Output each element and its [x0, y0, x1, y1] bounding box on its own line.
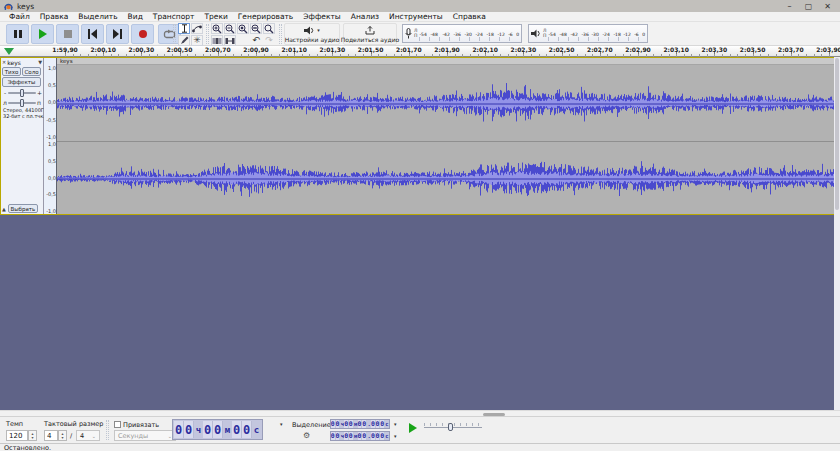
select-track-button[interactable]: Выбрать	[8, 204, 38, 213]
waveform-channel-left[interactable]	[57, 66, 835, 141]
pause-button[interactable]	[6, 24, 29, 44]
menu-item[interactable]: Файл	[4, 12, 35, 21]
playback-speed-slider[interactable]	[424, 423, 482, 431]
timesig-spinner[interactable]: ▴ ▾	[58, 430, 67, 441]
clip-header[interactable]: keys	[57, 58, 835, 65]
timeline-label: 2:03,70	[778, 46, 804, 53]
close-button[interactable]: ✕	[819, 1, 836, 12]
share-audio-button[interactable]: Поделиться аудио	[343, 23, 397, 45]
effects-button[interactable]: Эффекты	[2, 77, 41, 87]
speaker-icon	[531, 29, 541, 38]
selection-tool-button[interactable]	[178, 23, 190, 34]
zoom-fit-button[interactable]	[250, 23, 262, 34]
redo-button[interactable]: ↷	[263, 35, 275, 46]
gain-slider[interactable]	[8, 92, 36, 94]
selection-start-menu-icon[interactable]: ▾	[394, 421, 397, 427]
track-close-icon[interactable]: ✕	[2, 59, 6, 65]
envelope-tool-button[interactable]	[191, 23, 203, 34]
time-char: 0	[203, 421, 213, 438]
skip-end-icon	[112, 29, 123, 39]
menu-item[interactable]: Генерировать	[233, 12, 299, 21]
skip-end-button[interactable]	[106, 24, 129, 44]
timeline-label: 2:03,30	[702, 46, 728, 53]
solo-button[interactable]: Соло	[22, 67, 41, 76]
selection-end-field[interactable]: 00ч00м00.000с	[330, 431, 390, 441]
zoom-in-button[interactable]	[211, 23, 223, 34]
zoom-selection-button[interactable]	[237, 23, 249, 34]
menu-item[interactable]: Выделить	[73, 12, 122, 21]
scale-label: -1,0	[44, 209, 56, 214]
menu-item[interactable]: Эффекты	[298, 12, 346, 21]
tempo-input[interactable]: 120	[6, 430, 28, 441]
recording-meter[interactable]: ЛП -54-48-42-36-30-24-18-12-60	[402, 24, 522, 43]
toolbar-grip[interactable]	[206, 24, 209, 44]
trim-audio-button[interactable]	[211, 35, 223, 46]
spin-down-icon[interactable]: ▾	[31, 436, 33, 440]
toolbar-grip[interactable]	[279, 24, 282, 44]
silence-audio-button[interactable]	[224, 35, 236, 46]
playback-meter[interactable]: ЛП -54-48-42-36-30-24-18-12-60	[528, 24, 648, 43]
vertical-scrollbar-thumb[interactable]	[835, 58, 839, 210]
gain-min-label: -	[3, 89, 7, 96]
status-text: Остановлено.	[4, 444, 51, 451]
dropdown-icon: ▾	[317, 27, 320, 33]
vertical-ruler-ch1: 1,00,50,0-0,5-1,0	[44, 66, 57, 141]
tempo-label: Темп	[6, 420, 23, 428]
timeline-label: 2:00,30	[129, 46, 155, 53]
undo-button[interactable]: ↶	[250, 35, 262, 46]
menu-item[interactable]: Правка	[35, 12, 74, 21]
mute-button[interactable]: Тихо	[2, 67, 21, 76]
menu-item[interactable]: Справка	[448, 12, 491, 21]
audio-setup-button[interactable]: ▾ Настройки аудио	[284, 23, 340, 45]
minimize-button[interactable]: –	[781, 1, 798, 12]
playhead-pin-icon[interactable]	[4, 48, 14, 55]
zoom-toggle-icon	[264, 24, 274, 34]
draw-tool-button[interactable]	[178, 35, 190, 46]
speed-slider-thumb[interactable]	[448, 423, 453, 431]
zoom-in-icon	[212, 24, 222, 34]
menu-item[interactable]: Треки	[199, 12, 232, 21]
pan-slider[interactable]	[8, 102, 36, 104]
skip-start-button[interactable]	[81, 24, 104, 44]
zoom-toggle-button[interactable]	[263, 23, 275, 34]
multi-tool-button[interactable]: ✳	[191, 35, 203, 46]
audio-position-display[interactable]: 00ч00м00с	[172, 419, 263, 440]
menu-item[interactable]: Транспорт	[148, 12, 200, 21]
app-icon	[4, 2, 13, 11]
menu-item[interactable]: Анализ	[346, 12, 384, 21]
selection-settings-gear-icon[interactable]: ⚙	[303, 431, 310, 440]
share-icon	[365, 26, 375, 35]
collapse-track-icon[interactable]: ▲	[2, 206, 6, 212]
menu-item[interactable]: Вид	[123, 12, 148, 21]
time-char: м	[223, 421, 232, 438]
timeline-ruler[interactable]: 1:59,902:00,102:00,302:00,502:00,702:00,…	[0, 46, 840, 57]
spin-down-icon[interactable]: ▾	[61, 436, 63, 440]
maximize-button[interactable]: ▢	[800, 1, 817, 12]
pan-slider-thumb[interactable]	[20, 99, 24, 107]
timesig-lower-select[interactable]: 4 ⌄	[76, 430, 100, 441]
selection-start-field[interactable]: 00ч00м00.000с	[330, 419, 390, 429]
snap-unit-select[interactable]: Секунды ⌄	[114, 430, 176, 441]
selection-end-menu-icon[interactable]: ▾	[394, 433, 397, 439]
snap-checkbox[interactable]	[114, 421, 121, 428]
stop-button[interactable]	[56, 24, 79, 44]
gain-slider-thumb[interactable]	[20, 89, 24, 97]
timeline-label: 2:02,50	[549, 46, 575, 53]
waveform-channel-right[interactable]	[57, 142, 835, 215]
toolbar-grip[interactable]	[173, 24, 176, 44]
meter-scale-number: -48	[560, 31, 567, 36]
tempo-spinner[interactable]: ▴ ▾	[28, 430, 37, 441]
track-name[interactable]: keys	[7, 59, 37, 66]
play-at-speed-button[interactable]	[408, 423, 418, 433]
play-button[interactable]	[31, 24, 54, 44]
vertical-scrollbar[interactable]	[834, 57, 840, 410]
vertical-scale-ruler[interactable]: 1,00,50,0-0,5-1,0 1,00,50,0-0,5-1,0	[44, 58, 57, 214]
time-display-menu-icon[interactable]: ▾	[280, 421, 283, 427]
waveform-area[interactable]: keys	[57, 58, 835, 214]
menu-item[interactable]: Инструменты	[384, 12, 448, 21]
time-char: 0	[184, 421, 194, 438]
timesig-upper-input[interactable]: 4	[44, 430, 58, 441]
record-button[interactable]	[131, 24, 154, 44]
track-menu-icon[interactable]: ▼	[38, 59, 42, 65]
zoom-out-button[interactable]	[224, 23, 236, 34]
